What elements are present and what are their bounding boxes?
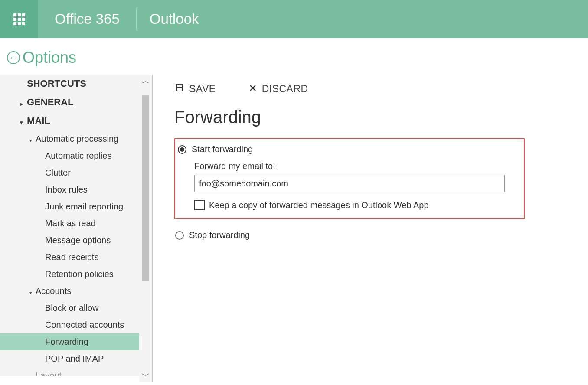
- keep-copy-checkbox[interactable]: [194, 200, 205, 210]
- global-header: Office 365 Outlook: [0, 0, 588, 38]
- app-launcher-button[interactable]: [0, 0, 38, 38]
- close-icon: [248, 83, 258, 95]
- save-icon: [174, 82, 185, 95]
- page-title: Forwarding: [174, 108, 566, 127]
- nav-mark-as-read[interactable]: Mark as read: [0, 215, 152, 232]
- scroll-up-icon[interactable]: ︿: [139, 75, 152, 87]
- nav-forwarding[interactable]: Forwarding: [0, 333, 152, 350]
- waffle-icon: [13, 13, 25, 25]
- forward-to-label: Forward my email to:: [194, 161, 524, 171]
- nav-layout[interactable]: Layout: [0, 367, 152, 376]
- nav-general[interactable]: GENERAL: [0, 93, 152, 112]
- nav-pop-and-imap[interactable]: POP and IMAP: [0, 350, 152, 367]
- back-icon: ←: [7, 51, 20, 64]
- stop-forwarding-label: Stop forwarding: [189, 230, 250, 240]
- nav-automatic-processing[interactable]: Automatic processing: [0, 131, 152, 147]
- nav-block-or-allow[interactable]: Block or allow: [0, 300, 152, 316]
- forward-to-input[interactable]: [194, 175, 505, 192]
- start-forwarding-radio-row[interactable]: Start forwarding: [177, 144, 524, 154]
- nav-accounts[interactable]: Accounts: [0, 283, 152, 300]
- discard-button[interactable]: DISCARD: [248, 82, 308, 95]
- discard-label: DISCARD: [262, 83, 308, 95]
- nav-junk-email-reporting[interactable]: Junk email reporting: [0, 198, 152, 215]
- stop-forwarding-radio-row[interactable]: Stop forwarding: [174, 230, 566, 240]
- keep-copy-label: Keep a copy of forwarded messages in Out…: [209, 200, 429, 210]
- scroll-thumb[interactable]: [142, 95, 149, 281]
- nav-clutter[interactable]: Clutter: [0, 164, 152, 181]
- toolbar: SAVE DISCARD: [174, 75, 566, 108]
- main-content: SAVE DISCARD Forwarding Start forwarding…: [153, 75, 588, 382]
- scroll-down-icon[interactable]: ﹀: [139, 369, 152, 382]
- start-forwarding-label: Start forwarding: [192, 144, 253, 154]
- start-forwarding-section: Start forwarding Forward my email to: Ke…: [174, 138, 525, 219]
- suite-title[interactable]: Office 365: [38, 8, 137, 30]
- save-button[interactable]: SAVE: [174, 82, 216, 95]
- radio-start-forwarding[interactable]: [178, 145, 186, 154]
- sidebar-scrollbar[interactable]: ︿ ﹀: [139, 75, 152, 382]
- save-label: SAVE: [189, 83, 216, 95]
- sidebar: SHORTCUTS GENERAL MAIL Automatic process…: [0, 75, 153, 382]
- nav-mail[interactable]: MAIL: [0, 112, 152, 131]
- nav-message-options[interactable]: Message options: [0, 232, 152, 249]
- nav-inbox-rules[interactable]: Inbox rules: [0, 181, 152, 198]
- nav-automatic-replies[interactable]: Automatic replies: [0, 147, 152, 164]
- nav-connected-accounts[interactable]: Connected accounts: [0, 316, 152, 333]
- nav-retention-policies[interactable]: Retention policies: [0, 266, 152, 283]
- options-label: Options: [23, 49, 76, 67]
- nav-shortcuts[interactable]: SHORTCUTS: [0, 75, 152, 93]
- options-heading[interactable]: ← Options: [0, 38, 588, 75]
- keep-copy-row[interactable]: Keep a copy of forwarded messages in Out…: [194, 200, 524, 210]
- app-title[interactable]: Outlook: [137, 11, 199, 27]
- radio-stop-forwarding[interactable]: [175, 231, 184, 240]
- nav-read-receipts[interactable]: Read receipts: [0, 249, 152, 266]
